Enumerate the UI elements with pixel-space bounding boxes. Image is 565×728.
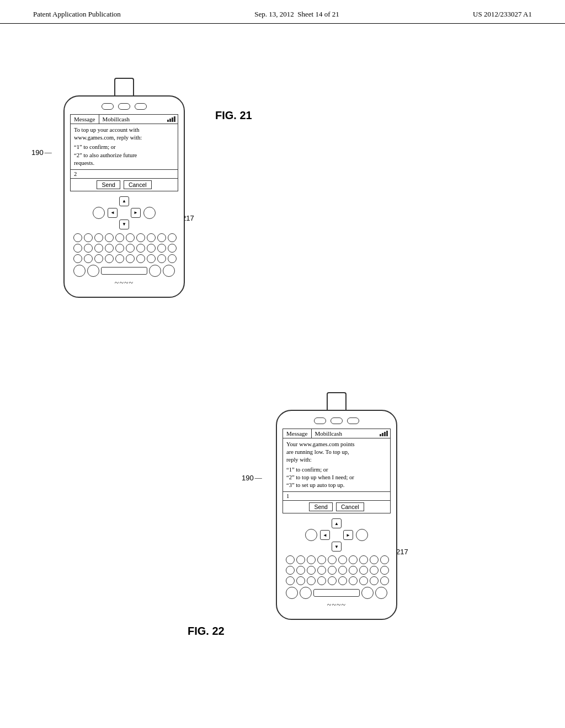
key-21 [73,254,82,263]
key-1 [73,233,82,242]
dpad2-right-cell: ► [343,529,354,540]
dpad-tl [107,196,118,207]
phone1-speaker-lines: ~~~~ [115,279,134,288]
key-15 [115,244,124,253]
dpad-up-btn[interactable]: ▲ [119,196,129,206]
dpad2-bottom: ▼ [331,541,342,552]
signal-bar-2 [169,119,171,122]
phone1-cancel-button[interactable]: Cancel [124,180,152,189]
dpad2-left-btn[interactable]: ◄ [320,530,330,540]
phone2-top-btn-3 [347,417,359,424]
phone2-body-line6: “3” to set up auto top up. [286,481,387,489]
phone1-input: 2 [71,169,178,178]
phone1-send-button[interactable]: Send [97,180,120,189]
phone1-signal [167,116,178,122]
phone2-screen-header: Message Mobillcash [283,429,390,438]
key-17 [136,244,145,253]
page-header: Patent Application Publication Sep. 13, … [0,0,565,24]
bottom-left-circle [73,265,86,277]
dpad-bottom: ▼ [119,219,130,230]
dpad2-bl [319,541,331,552]
fig22-label: FIG. 22 [188,625,225,638]
dpad2-left-cell: ◄ [319,529,331,540]
key-6 [126,233,135,242]
phone2-speaker-lines: ~~~~ [327,601,346,610]
dpad2-down-btn[interactable]: ▼ [332,542,342,552]
phone2-msg-label: Message [283,429,312,438]
phone2-bottom-row [282,587,391,599]
phone2-top-buttons [282,417,391,424]
key-29 [157,254,166,263]
dpad2-top: ▲ [331,518,342,529]
phone1-screen: Message Mobillcash To top up your accoun… [70,114,178,191]
phone2-keypad-row1 [282,555,391,564]
header-date: Sep. 13, 2012 [254,10,294,19]
key-8 [147,233,156,242]
phone1-body-line1: To top up your account with [74,126,174,134]
ref-190-fig21: 190 — [31,148,52,157]
phone2-input: 1 [283,491,390,500]
signal-bar-1 [167,120,169,122]
phone1-keypad-row1 [70,233,178,242]
bottom-right2-circle [163,265,175,277]
phone1-screen-header: Message Mobillcash [71,115,178,124]
dpad-br [130,219,141,230]
phone2-top-btn-1 [314,417,326,424]
key-22 [84,254,93,263]
dpad-top: ▲ [119,196,130,207]
phone2-cancel-button[interactable]: Cancel [336,502,364,511]
phone2-container: 190 — 217 Message Mobillcash [276,410,397,620]
phone1-speaker: ~~~~ [70,279,178,288]
signal-bar-3 [172,117,173,122]
phone1-body-line4: “2” to also authorize future [74,152,174,159]
phone1-nav-left-circle [93,207,105,219]
dpad2-tr [343,518,354,529]
dpad2-right-btn[interactable]: ► [343,530,353,540]
signal-bar-4 [174,116,175,122]
dpad-left-btn[interactable]: ◄ [108,208,118,218]
dpad-center [119,207,130,218]
phone1-container: 190 — 217 Message Mobillcash [63,95,185,298]
dpad-down-btn[interactable]: ▼ [119,220,129,229]
dpad-right-btn[interactable]: ► [131,208,141,218]
key-26 [126,254,135,263]
phone1-top-buttons [70,103,178,110]
signal-bar-p2-2 [382,433,383,436]
phone2-body-line1: Your www.games.com points [286,441,387,448]
phone2-body-line4: “1” to confirm; or [286,466,387,474]
phone2-nav-right-circle [356,529,368,541]
phone1-top-btn-1 [102,103,114,110]
key-18 [147,244,156,253]
phone1-keypad-row3 [70,254,178,263]
key-19 [157,244,166,253]
phone2-top-btn-2 [331,417,343,424]
phone1-body-line5: requests. [74,159,174,167]
phone1-body-line3: “1” to confirm; or [74,143,174,151]
phone1-keypad-row2 [70,244,178,253]
phone2-actions: Send Cancel [283,500,390,513]
key-16 [126,244,135,253]
phone2-body-line2: are running low. To top up, [286,448,387,456]
key-27 [136,254,145,263]
phone2-body-line5: “2” to top up when I need; or [286,474,387,481]
ref-190-fig22: 190 — [242,473,262,482]
phone2-send-button[interactable]: Send [309,502,333,511]
key-25 [115,254,124,263]
header-center: Sep. 13, 2012 Sheet 14 of 21 [254,10,339,19]
key-7 [136,233,145,242]
phone1-dpad: ▲ ◄ ► ▼ [107,196,141,230]
phone1-actions: Send Cancel [71,178,178,191]
bottom-right1-circle [149,265,161,277]
phone2-keypad-row3 [282,576,391,585]
key-13 [94,244,103,253]
key-23 [94,254,103,263]
key-2 [84,233,93,242]
phone2-speaker: ~~~~ [282,601,391,610]
phone1-name-label: Mobillcash [99,115,168,124]
dpad2-up-btn[interactable]: ▲ [332,518,342,528]
dpad2-center [331,529,342,540]
phone1-body-line2: www.games.com, reply with: [74,134,174,142]
key-12 [84,244,93,253]
header-left: Patent Application Publication [33,10,121,19]
dpad2-br [343,541,354,552]
